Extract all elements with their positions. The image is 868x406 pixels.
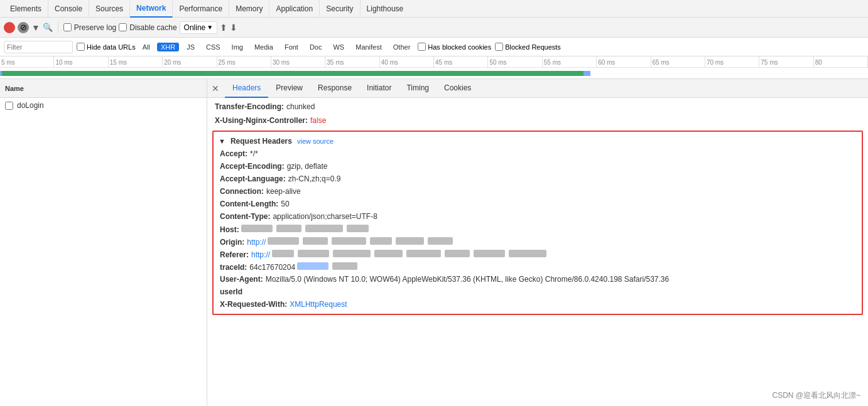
upload-icon[interactable]: ⬆ [220,23,227,33]
req-referer-prefix: http:// [251,250,270,259]
row-checkbox[interactable] [5,102,13,110]
req-xrequested-value: XMLHttpRequest [290,300,347,309]
filter-input[interactable] [4,41,73,53]
filter-icon[interactable]: ▼ [31,23,40,33]
origin-redacted-4 [370,237,392,245]
host-redacted-3 [305,225,343,232]
blocked-requests-checkbox[interactable] [495,43,503,51]
nav-tab-sources[interactable]: Sources [89,0,130,18]
details-content: Transfer-Encoding: chunked X-Using-Nginx… [207,98,868,406]
x-nginx-name: X-Using-Nginx-Controller: [215,116,308,125]
tick-15ms: 15 ms [109,56,163,67]
nav-tab-performance[interactable]: Performance [173,0,229,18]
nav-tab-console[interactable]: Console [48,0,89,18]
hide-data-urls-label[interactable]: Hide data URLs [77,43,136,51]
toggle-icon: ▼ [219,137,225,145]
stop-button[interactable]: ⊘ [18,22,29,33]
req-accept-encoding-value: gzip, deflate [287,162,328,171]
referer-redacted-4 [374,250,403,257]
req-content-length-value: 50 [281,200,289,208]
network-throttle-select[interactable]: Online ▼ [180,21,218,34]
req-useragent-row: User-Agent: Mozilla/5.0 (Windows NT 10.0… [214,274,862,286]
hide-data-urls-text: Hide data URLs [87,43,136,51]
separator-1 [58,22,58,33]
view-source-link[interactable]: view source [297,137,334,145]
tab-timing[interactable]: Timing [399,79,437,98]
download-icon[interactable]: ⬇ [230,23,237,33]
nav-tab-network[interactable]: Network [130,0,173,18]
close-panel-button[interactable]: ✕ [210,83,221,94]
filter-type-css[interactable]: CSS [202,43,224,51]
left-panel: Name doLogin [0,79,207,406]
preserve-log-label[interactable]: Preserve log [63,23,116,32]
req-content-type-name: Content-Type: [220,212,270,221]
disable-cache-checkbox[interactable] [119,23,127,31]
nav-tab-memory[interactable]: Memory [229,0,269,18]
filter-type-media[interactable]: Media [251,43,277,51]
blocked-requests-text: Blocked Requests [505,43,561,51]
req-origin-row: Origin: http:// [214,236,862,248]
tab-cookies[interactable]: Cookies [437,79,479,98]
origin-redacted-5 [396,237,424,245]
req-accept-name: Accept: [220,149,247,158]
preserve-log-checkbox[interactable] [63,23,72,31]
req-useragent-value: Mozilla/5.0 (Windows NT 10.0; WOW64) App… [266,275,670,284]
tab-response[interactable]: Response [310,79,359,98]
has-blocked-cookies-text: Has blocked cookies [428,43,491,51]
req-xrequested-name: X-Requested-With: [220,300,287,309]
traceid-redacted-2 [332,262,357,270]
has-blocked-cookies-checkbox[interactable] [418,43,426,51]
filter-type-img[interactable]: Img [228,43,247,51]
has-blocked-cookies-label[interactable]: Has blocked cookies [418,43,491,51]
req-origin-prefix: http:// [247,238,266,247]
referer-redacted-1 [272,250,294,257]
req-xrequested-row: X-Requested-With: XMLHttpRequest [214,299,862,311]
tick-65ms: 65 ms [651,56,705,67]
req-traceid-name: traceId: [220,263,247,272]
tick-45ms: 45 ms [434,56,488,67]
tab-initiator[interactable]: Initiator [359,79,399,98]
nav-tab-application[interactable]: Application [269,0,320,18]
filter-bar: Hide data URLs All XHR JS CSS Img Media … [0,38,868,56]
tick-40ms: 40 ms [380,56,434,67]
search-icon[interactable]: 🔍 [43,23,53,32]
name-column-label: Name [5,85,24,92]
req-connection-value: keep-alive [266,187,301,196]
main-area: Name doLogin ✕ Headers Preview Response … [0,79,868,406]
req-content-type-row: Content-Type: application/json;charset=U… [214,211,862,223]
tab-headers[interactable]: Headers [225,79,268,98]
nav-tab-lighthouse[interactable]: Lighthouse [361,0,410,18]
req-connection-row: Connection: keep-alive [214,186,862,198]
nav-tab-elements[interactable]: Elements [4,0,48,18]
request-headers-section-header[interactable]: ▼ Request Headers view source [214,134,862,148]
origin-redacted-3 [332,237,366,245]
filter-type-xhr[interactable]: XHR [157,43,179,51]
nav-tab-security[interactable]: Security [320,0,360,18]
tick-75ms: 75 ms [759,56,813,67]
disable-cache-text: Disable cache [129,23,176,32]
filter-type-other[interactable]: Other [389,43,415,51]
record-button[interactable] [4,22,15,33]
network-row-dologin[interactable]: doLogin [0,98,207,113]
filter-type-manifest[interactable]: Manifest [352,43,386,51]
filter-type-ws[interactable]: WS [329,43,348,51]
referer-redacted-5 [406,250,441,257]
filter-type-js[interactable]: JS [183,43,198,51]
origin-redacted-2 [303,237,328,245]
tick-30ms: 30 ms [271,56,325,67]
filter-type-font[interactable]: Font [281,43,302,51]
x-nginx-row: X-Using-Nginx-Controller: false [207,114,868,128]
request-headers-box: ▼ Request Headers view source Accept: */… [212,131,863,315]
req-accept-row: Accept: */* [214,148,862,161]
filter-type-doc[interactable]: Doc [306,43,326,51]
filter-type-all[interactable]: All [139,43,153,51]
referer-redacted-3 [333,250,371,257]
request-headers-title: Request Headers [231,137,292,146]
blocked-requests-label[interactable]: Blocked Requests [495,43,561,51]
tick-10ms: 10 ms [54,56,108,67]
req-accept-language-row: Accept-Language: zh-CN,zh;q=0.9 [214,173,862,186]
online-label: Online [184,23,206,32]
disable-cache-label[interactable]: Disable cache [119,23,176,32]
tab-preview[interactable]: Preview [268,79,310,98]
hide-data-urls-checkbox[interactable] [77,43,85,51]
